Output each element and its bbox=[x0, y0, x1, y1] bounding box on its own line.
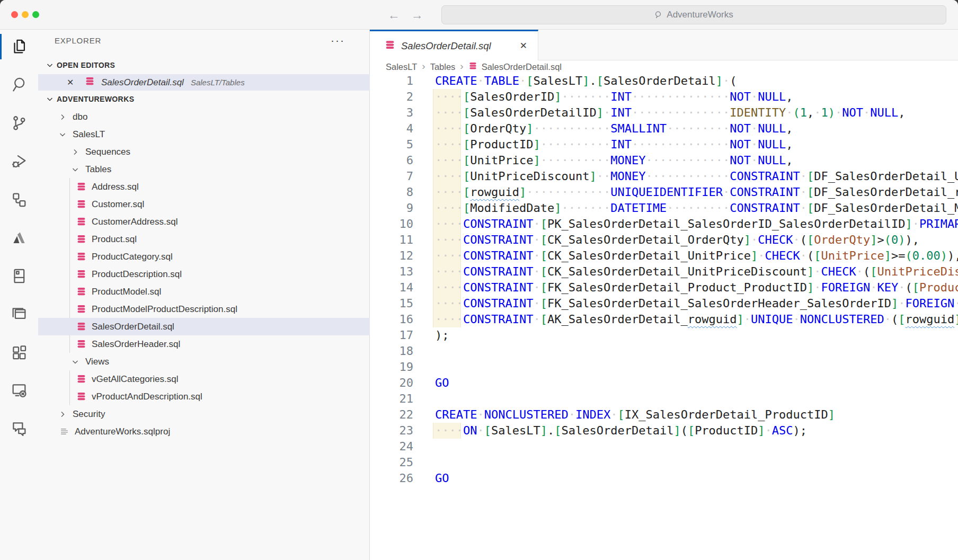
code-line-content: ····CONSTRAINT·[FK_SalesOrderDetail_Prod… bbox=[413, 280, 958, 296]
tree-item-customer-sql[interactable]: Customer.sql bbox=[38, 195, 370, 213]
code-line[interactable]: 22CREATE·NONCLUSTERED·INDEX·[IX_SalesOrd… bbox=[370, 407, 958, 423]
tree-item-tables[interactable]: Tables bbox=[38, 161, 370, 178]
database-file-icon bbox=[76, 375, 86, 384]
search-icon bbox=[654, 11, 663, 19]
tab-close-icon[interactable]: ✕ bbox=[520, 40, 527, 51]
code-line[interactable]: 9····[ModifiedDate]·······DATETIME······… bbox=[370, 200, 958, 216]
explorer-sidebar: EXPLORER ··· OPEN EDITORS ✕ SalesOrderDe… bbox=[38, 30, 370, 560]
close-editor-icon[interactable]: ✕ bbox=[67, 77, 77, 87]
sidebar-header: EXPLORER ··· bbox=[38, 34, 369, 50]
code-line[interactable]: 4····[OrderQty]···········SMALLINT······… bbox=[370, 121, 958, 137]
code-line[interactable]: 17); bbox=[370, 327, 958, 343]
code-line-content bbox=[413, 439, 435, 455]
chevron-down-icon[interactable] bbox=[70, 358, 81, 366]
tree-item-salesorderdetail-sql[interactable]: SalesOrderDetail.sql bbox=[38, 318, 370, 335]
code-line[interactable]: 18 bbox=[370, 343, 958, 359]
code-line[interactable]: 2····[SalesOrderID]·······INT···········… bbox=[370, 89, 958, 105]
tab-label: SalesOrderDetail.sql bbox=[401, 40, 491, 52]
run-debug-icon[interactable] bbox=[0, 148, 38, 174]
chevron-down-icon[interactable] bbox=[70, 165, 81, 174]
chevron-down-icon bbox=[46, 61, 54, 69]
code-line[interactable]: 12····CONSTRAINT·[CK_SalesOrderDetail_Un… bbox=[370, 248, 958, 264]
chevron-down-icon[interactable] bbox=[57, 130, 68, 139]
connections-icon[interactable] bbox=[0, 187, 38, 212]
tree-item-dbo[interactable]: dbo bbox=[38, 108, 370, 126]
code-line-content bbox=[413, 391, 435, 407]
chevron-right-icon: › bbox=[460, 60, 463, 72]
command-center-search[interactable]: AdventureWorks bbox=[441, 5, 946, 24]
database-file-icon bbox=[76, 392, 86, 401]
notebook-icon[interactable] bbox=[0, 263, 38, 289]
line-number: 26 bbox=[370, 470, 413, 486]
code-line[interactable]: 14····CONSTRAINT·[FK_SalesOrderDetail_Pr… bbox=[370, 280, 958, 296]
search-icon[interactable] bbox=[0, 72, 38, 97]
open-editors-section-header[interactable]: OPEN EDITORS bbox=[38, 57, 369, 73]
workspace-section-header[interactable]: ADVENTUREWORKS bbox=[38, 91, 369, 107]
code-line-content: CREATE·NONCLUSTERED·INDEX·[IX_SalesOrder… bbox=[413, 407, 835, 423]
code-line[interactable]: 19 bbox=[370, 359, 958, 375]
chevron-right-icon[interactable] bbox=[70, 148, 81, 156]
navigate-forward-icon[interactable]: → bbox=[409, 7, 425, 23]
chevron-right-icon[interactable] bbox=[57, 113, 68, 121]
tree-item-customeraddress-sql[interactable]: CustomerAddress.sql bbox=[38, 213, 370, 230]
code-line[interactable]: 10····CONSTRAINT·[PK_SalesOrderDetail_Sa… bbox=[370, 216, 958, 232]
line-number: 18 bbox=[370, 343, 413, 359]
tree-item-sequences[interactable]: Sequences bbox=[38, 143, 370, 161]
code-line[interactable]: 15····CONSTRAINT·[FK_SalesOrderDetail_Sa… bbox=[370, 296, 958, 312]
query-editor-icon[interactable] bbox=[0, 301, 38, 327]
tree-item-salesorderheader-sql[interactable]: SalesOrderHeader.sql bbox=[38, 335, 370, 353]
code-line[interactable]: 1CREATE·TABLE·[SalesLT].[SalesOrderDetai… bbox=[370, 73, 958, 89]
window-maximize-button[interactable] bbox=[32, 11, 39, 18]
code-line[interactable]: 3····[SalesOrderDetailID]·INT···········… bbox=[370, 105, 958, 121]
breadcrumb-item[interactable]: Tables bbox=[430, 62, 456, 72]
code-line[interactable]: 21 bbox=[370, 391, 958, 407]
azure-icon[interactable] bbox=[0, 225, 38, 251]
tree-item-vgetallcategories-sql[interactable]: vGetAllCategories.sql bbox=[38, 370, 370, 388]
code-line[interactable]: 6····[UnitPrice]··········MONEY·········… bbox=[370, 153, 958, 168]
navigate-back-icon[interactable]: ← bbox=[386, 7, 402, 23]
open-editor-item[interactable]: ✕ SalesOrderDetail.sql SalesLT/Tables bbox=[38, 74, 370, 91]
chevron-right-icon[interactable] bbox=[57, 410, 68, 419]
tree-item-address-sql[interactable]: Address.sql bbox=[38, 178, 370, 195]
feedback-icon[interactable] bbox=[0, 416, 38, 441]
extensions-icon[interactable] bbox=[0, 340, 38, 365]
tree-item-views[interactable]: Views bbox=[38, 353, 370, 370]
database-file-icon bbox=[76, 287, 86, 296]
remote-explorer-icon[interactable] bbox=[0, 378, 38, 403]
window-minimize-button[interactable] bbox=[22, 11, 29, 18]
code-line[interactable]: 8····[rowguid]············UNIQUEIDENTIFI… bbox=[370, 184, 958, 200]
code-line[interactable]: 11····CONSTRAINT·[CK_SalesOrderDetail_Or… bbox=[370, 232, 958, 248]
code-line[interactable]: 16····CONSTRAINT·[AK_SalesOrderDetail_ro… bbox=[370, 312, 958, 327]
line-number: 14 bbox=[370, 280, 413, 296]
source-control-icon[interactable] bbox=[0, 110, 38, 136]
code-line-content: ····[OrderQty]···········SMALLINT·······… bbox=[413, 121, 793, 137]
tree-item-productmodel-sql[interactable]: ProductModel.sql bbox=[38, 283, 370, 300]
more-actions-icon[interactable]: ··· bbox=[331, 34, 345, 47]
code-line[interactable]: 20GO bbox=[370, 375, 958, 391]
tree-item-adventureworks-sqlproj[interactable]: AdventureWorks.sqlproj bbox=[38, 423, 370, 440]
explorer-icon[interactable] bbox=[0, 34, 38, 59]
tree-item-saleslt[interactable]: SalesLT bbox=[38, 126, 370, 143]
title-bar: ← → AdventureWorks bbox=[0, 0, 958, 30]
code-line[interactable]: 25 bbox=[370, 455, 958, 470]
code-editor[interactable]: 1CREATE·TABLE·[SalesLT].[SalesOrderDetai… bbox=[370, 73, 958, 560]
tree-item-security[interactable]: Security bbox=[38, 405, 370, 423]
code-line[interactable]: 5····[ProductID]··········INT···········… bbox=[370, 137, 958, 153]
code-line[interactable]: 24 bbox=[370, 439, 958, 455]
tree-item-productdescription-sql[interactable]: ProductDescription.sql bbox=[38, 265, 370, 283]
code-line[interactable]: 23····ON·[SalesLT].[SalesOrderDetail]([P… bbox=[370, 423, 958, 439]
code-line[interactable]: 7····[UnitPriceDiscount]··MONEY·········… bbox=[370, 168, 958, 184]
tree-item-productmodelproductdescription-sql[interactable]: ProductModelProductDescription.sql bbox=[38, 300, 370, 318]
code-line[interactable]: 13····CONSTRAINT·[CK_SalesOrderDetail_Un… bbox=[370, 264, 958, 280]
tree-item-label: Tables bbox=[85, 164, 111, 175]
window-close-button[interactable] bbox=[11, 11, 18, 18]
line-number: 25 bbox=[370, 455, 413, 470]
code-line-content: ····ON·[SalesLT].[SalesOrderDetail]([Pro… bbox=[413, 423, 807, 439]
tree-item-product-sql[interactable]: Product.sql bbox=[38, 230, 370, 248]
tree-item-productcategory-sql[interactable]: ProductCategory.sql bbox=[38, 248, 370, 265]
tree-item-vproductanddescription-sql[interactable]: vProductAndDescription.sql bbox=[38, 388, 370, 405]
tab-salesorderdetail[interactable]: SalesOrderDetail.sql ✕ bbox=[370, 30, 538, 60]
code-line[interactable]: 26GO bbox=[370, 470, 958, 486]
breadcrumb-item[interactable]: SalesLT bbox=[386, 62, 417, 72]
breadcrumb-item[interactable]: SalesOrderDetail.sql bbox=[468, 62, 562, 72]
